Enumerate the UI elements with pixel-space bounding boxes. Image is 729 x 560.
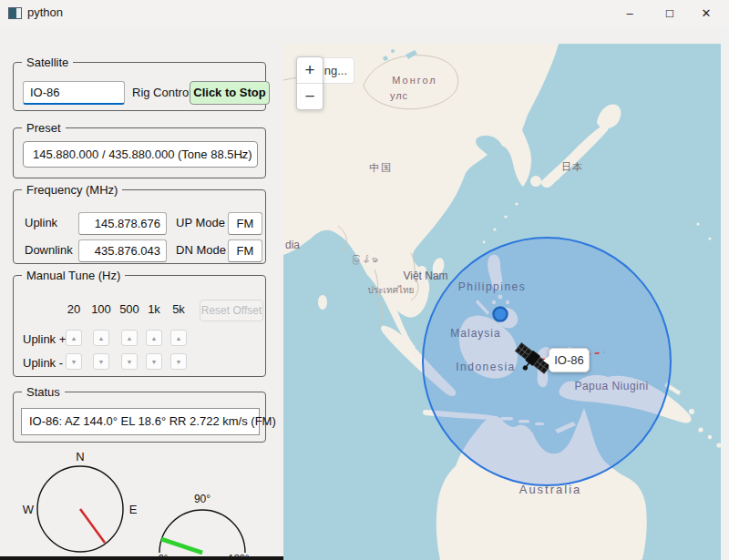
elevation-dial (159, 510, 245, 553)
reset-offset-button[interactable]: Reset Offset (200, 300, 263, 321)
close-button[interactable]: ✕ (691, 0, 722, 27)
app-icon (8, 7, 22, 19)
uplink-plus-500-button[interactable]: ▲ (121, 330, 138, 346)
uplink-minus-20-button[interactable]: ▼ (66, 353, 82, 370)
window-title: python (27, 5, 63, 19)
rig-control-toggle-button[interactable]: Click to Stop (190, 81, 270, 105)
land-island (708, 237, 711, 239)
downlink-label: Downlink (25, 243, 73, 257)
satellite-group: Satellite IO-86 Rig Control Click to Sto… (13, 62, 266, 111)
minimize-button[interactable]: – (614, 0, 645, 27)
status-message: IO-86: AZ 144.0° EL 18.6° RR 2.722 km/s … (21, 408, 260, 435)
preset-group: Preset 145.880.000 / 435.880.000 (Tone 8… (13, 127, 266, 178)
azimuth-needle (80, 509, 105, 543)
manual-tune-group: Manual Tune (Hz) 20 100 500 1k 5k Reset … (13, 275, 266, 377)
land-island (698, 427, 703, 432)
step-label-5k: 5k (163, 302, 194, 316)
preset-combobox[interactable]: 145.880.000 / 435.880.000 (Tone 88.5Hz) … (23, 141, 258, 168)
land-island (515, 202, 518, 205)
satellite-name-input[interactable]: IO-86 (23, 81, 125, 105)
uplink-minus-500-button[interactable]: ▼ (121, 353, 138, 370)
window-right-margin (721, 27, 729, 560)
dn-mode-input[interactable]: FM (228, 239, 262, 262)
compass-west-label: W (23, 503, 35, 516)
land-japan-kyushu (530, 176, 541, 187)
compass-east-label: E (129, 503, 138, 516)
down-arrow-icon: ▼ (127, 359, 133, 365)
downlink-frequency-input[interactable]: 435.876.043 (78, 239, 167, 262)
step-label-20: 20 (58, 302, 89, 316)
uplink-label: Uplink (25, 216, 57, 229)
compass-north-label: N (76, 450, 84, 463)
window-bottom-edge (0, 556, 283, 560)
up-arrow-icon: ▲ (176, 335, 182, 341)
land-island (696, 222, 699, 225)
maximize-button[interactable]: ☐ (654, 0, 685, 27)
zoom-out-button[interactable]: − (297, 84, 323, 110)
up-arrow-icon: ▲ (127, 335, 133, 341)
uplink-minus-100-button[interactable]: ▼ (93, 353, 109, 370)
preset-group-label: Preset (22, 121, 66, 135)
dn-mode-label: DN Mode (176, 243, 226, 257)
up-arrow-icon: ▲ (71, 335, 77, 341)
map-panel[interactable]: Монгол улс 中国 日本 dia မြန်မာ Việt Nam ประ… (283, 44, 721, 560)
map-zoom-control: + − (296, 56, 323, 110)
zoom-in-button[interactable]: + (297, 57, 323, 84)
satellite-group-label: Satellite (22, 56, 73, 69)
uplink-frequency-input[interactable]: 145.878.676 (78, 212, 167, 235)
rig-control-label: Rig Control (132, 86, 191, 99)
titlebar[interactable]: python – ☐ ✕ (0, 0, 729, 27)
uplink-plus-100-button[interactable]: ▲ (93, 330, 109, 346)
lake (383, 56, 387, 60)
land-japan-shikoku (547, 175, 560, 181)
land-island (708, 435, 712, 439)
elevation-needle (161, 539, 202, 553)
frequency-group-label: Frequency (MHz) (22, 183, 122, 197)
lake (391, 49, 395, 53)
up-arrow-icon: ▲ (151, 335, 158, 341)
uplink-minus-5k-button[interactable]: ▼ (170, 353, 187, 370)
uplink-minus-1k-button[interactable]: ▼ (146, 353, 162, 370)
up-mode-input[interactable]: FM (228, 212, 262, 235)
land-island (483, 241, 486, 244)
step-label-100: 100 (86, 302, 117, 316)
uplink-plus-1k-button[interactable]: ▲ (146, 330, 162, 346)
status-group: Status IO-86: AZ 144.0° EL 18.6° RR 2.72… (13, 392, 266, 443)
land-island (493, 228, 496, 230)
chevron-down-icon: ⌄ (238, 142, 248, 167)
land-sri-lanka (318, 295, 327, 310)
manual-tune-group-label: Manual Tune (Hz) (22, 269, 125, 282)
land-hainan (417, 266, 426, 275)
down-arrow-icon: ▼ (71, 359, 77, 365)
down-arrow-icon: ▼ (176, 359, 182, 365)
land-island (504, 215, 507, 218)
uplink-minus-label: Uplink - (23, 356, 63, 370)
up-arrow-icon: ▲ (98, 335, 105, 341)
elevation-max-label: 90° (194, 493, 210, 505)
down-arrow-icon: ▼ (98, 359, 105, 365)
uplink-plus-20-button[interactable]: ▲ (66, 330, 82, 346)
uplink-plus-label: Uplink + (23, 332, 66, 346)
satellite-tooltip: IO-86 (549, 348, 590, 372)
python-window: python – ☐ ✕ Satellite IO-86 Rig Control… (0, 0, 729, 560)
gauges-canvas: N W E 90° 0° 180° (0, 437, 283, 560)
uplink-plus-5k-button[interactable]: ▲ (170, 330, 187, 346)
ground-station-marker (494, 308, 508, 321)
map-canvas[interactable] (283, 44, 721, 560)
down-arrow-icon: ▼ (151, 359, 158, 365)
preset-selected-value: 145.880.000 / 435.880.000 (Tone 88.5Hz) (33, 148, 252, 161)
frequency-group: Frequency (MHz) Uplink 145.878.676 UP Mo… (13, 189, 266, 264)
up-mode-label: UP Mode (176, 216, 225, 229)
status-group-label: Status (22, 385, 65, 399)
land-island (689, 409, 694, 414)
